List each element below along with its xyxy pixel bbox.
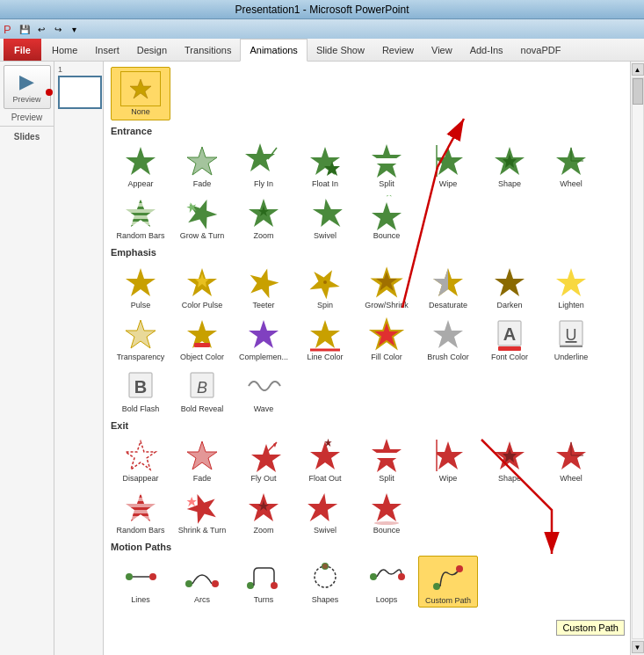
floatin-item[interactable]: Float In [295,140,355,190]
disappear-icon [120,438,161,473]
flyin-item[interactable]: Fly In [234,140,293,190]
zoom-item[interactable]: Zoom [234,192,293,242]
bounce-item[interactable]: Bounce [357,192,416,242]
customize-icon[interactable]: ▾ [68,22,82,36]
boldflash-item[interactable]: B Bold Flash [111,365,170,415]
split-item[interactable]: Split [357,140,416,190]
svg-marker-99 [372,493,402,521]
appear-item[interactable]: Appear [111,140,170,190]
scroll-up-arrow[interactable]: ▲ [632,63,644,76]
exitrandbars-item[interactable]: Random Bars [111,486,170,536]
pulse-item[interactable]: Pulse [111,261,170,311]
tab-insert[interactable]: Insert [86,39,128,61]
exitwipe-item[interactable]: Wipe [418,434,478,484]
turns-item[interactable]: Turns [234,556,293,608]
exitzoom-item[interactable]: Zoom [234,486,293,536]
motionpaths-section-label: Motion Paths [111,542,623,552]
exitfade-item[interactable]: Fade [172,434,232,484]
main-animations-panel[interactable]: None Entrance Appear [104,62,630,655]
darken-item[interactable]: Darken [480,261,539,311]
brushcolor-item[interactable]: Brush Color [418,313,478,363]
custompath-item[interactable]: Custom Path [418,556,478,608]
tab-novapdf[interactable]: novaPDF [512,39,570,61]
disappear-item[interactable]: Disappear [111,434,170,484]
fade-item[interactable]: Fade [172,140,232,190]
svg-point-110 [322,564,328,569]
appear-icon [120,143,161,178]
linecolor-item[interactable]: Line Color [295,313,355,363]
redo-icon[interactable]: ↪ [51,22,65,36]
scrollbar[interactable]: ▲ ▼ [630,62,644,655]
none-item[interactable]: None [111,67,170,120]
pulse-label: Pulse [131,301,151,309]
tab-view[interactable]: View [423,39,461,61]
floatout-item[interactable]: Float Out [295,434,355,484]
exitshape-item[interactable]: Shape [480,434,539,484]
fontcolor-icon: A [489,317,530,352]
loops-item[interactable]: Loops [357,556,416,608]
scroll-down-arrow[interactable]: ▼ [632,641,644,653]
tab-review[interactable]: Review [373,39,423,61]
underline-label: Underline [554,353,589,361]
teeter-item[interactable]: Teeter [234,261,293,311]
svg-text:U: U [566,326,577,344]
wheel-star-svg [551,143,591,178]
tab-transitions[interactable]: Transitions [176,39,240,61]
colorpulse-item[interactable]: Color Pulse [172,261,232,311]
exitsplit-item[interactable]: Split [357,434,416,484]
boldreveal-item[interactable]: B Bold Reveal [172,365,232,415]
file-tab[interactable]: File [4,39,41,61]
undo-icon[interactable]: ↩ [34,22,48,36]
growshrink-item[interactable]: Grow/Shrink [357,261,416,311]
slide-thumbnail[interactable] [58,76,102,109]
randombars-item[interactable]: Random Bars [111,192,170,242]
growturn-label: Grow & Turn [180,231,225,240]
wipe-item[interactable]: Wipe [418,140,478,190]
save-icon[interactable]: 💾 [18,22,32,36]
wave-item[interactable]: Wave [234,365,293,415]
lines-icon [120,559,161,594]
tab-slideshow[interactable]: Slide Show [308,39,373,61]
spin-item[interactable]: Spin [295,261,355,311]
svg-rect-93 [126,520,156,522]
tab-design[interactable]: Design [128,39,176,61]
loops-label: Loops [376,595,398,604]
lines-item[interactable]: Lines [111,556,170,608]
underline-icon: U [551,317,591,352]
svg-rect-91 [126,507,156,510]
exit-section-label: Exit [111,420,623,431]
growturn-item[interactable]: Grow & Turn [172,192,232,242]
fontcolor-item[interactable]: A Font Color [480,313,539,363]
exitwheel-item[interactable]: Wheel [541,434,601,484]
flyout-item[interactable]: Fly Out [234,434,293,484]
desaturate-item[interactable]: Desaturate [418,261,478,311]
arcs-item[interactable]: Arcs [172,556,232,608]
svg-point-113 [433,583,440,590]
spin-label: Spin [317,301,333,309]
svg-point-103 [149,573,156,580]
transparency-item[interactable]: Transparency [111,313,170,363]
shrinkturn-item[interactable]: Shrink & Turn [172,486,232,536]
bounce-icon [366,195,407,230]
tab-addins[interactable]: Add-Ins [461,39,512,61]
scroll-thumb[interactable] [633,78,643,105]
exitfade-label: Fade [193,474,212,483]
exitbounce-item[interactable]: Bounce [357,486,416,536]
wheel-item[interactable]: Wheel [541,140,601,190]
flyout-icon [243,438,284,473]
svg-marker-4 [245,143,275,171]
exitswivel-item[interactable]: Swivel [295,486,355,536]
tab-home[interactable]: Home [43,39,86,61]
swivel-item[interactable]: Swivel [295,192,355,242]
exitsplit-icon [366,438,407,473]
objectcolor-item[interactable]: Object Color [172,313,232,363]
shape-item[interactable]: Shape [480,140,539,190]
shapes-item[interactable]: Shapes [295,556,355,608]
underline-item[interactable]: U Underline [541,313,601,363]
lighten-item[interactable]: Lighten [541,261,601,311]
preview-button[interactable]: ▶ Preview [4,65,51,109]
scroll-track [632,77,644,639]
tab-animations[interactable]: Animations [240,39,307,62]
complemen-item[interactable]: Complemen... [234,313,293,363]
fillcolor-item[interactable]: Fill Color [357,313,416,363]
